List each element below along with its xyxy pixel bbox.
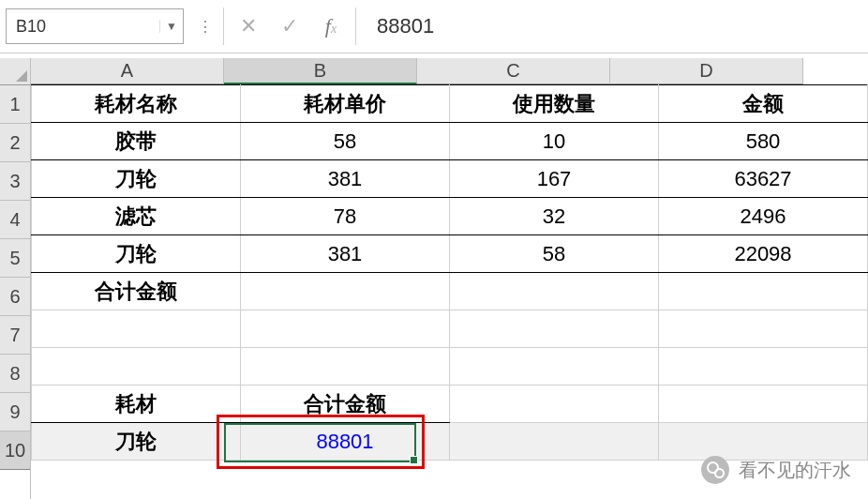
cell-b7[interactable] xyxy=(241,310,450,348)
cell-d5[interactable]: 22098 xyxy=(659,235,868,273)
cell-a6[interactable]: 合计金额 xyxy=(32,273,241,310)
cell-b10[interactable]: 88801 xyxy=(241,423,450,461)
table-row: 耗材 合计金额 xyxy=(32,386,868,423)
cell-a8[interactable] xyxy=(32,348,241,386)
cell-a4[interactable]: 滤芯 xyxy=(32,198,241,235)
cells: 耗材名称 耗材单价 使用数量 金额 胶带 58 10 580 刀轮 381 16… xyxy=(31,84,868,461)
table-row: 滤芯 78 32 2496 xyxy=(32,198,868,235)
table-row: 刀轮 88801 xyxy=(32,423,868,461)
select-all-corner[interactable] xyxy=(0,58,30,85)
col-header-c[interactable]: C xyxy=(417,58,610,84)
cell-c5[interactable]: 58 xyxy=(450,235,659,273)
cell-d10[interactable] xyxy=(659,423,868,461)
name-box-value: B10 xyxy=(7,17,159,37)
watermark-text: 看不见的汗水 xyxy=(739,458,851,483)
table-row: 合计金额 xyxy=(32,273,868,310)
row-header-6[interactable]: 6 xyxy=(0,278,30,316)
row-header-3[interactable]: 3 xyxy=(0,162,30,201)
cell-d3[interactable]: 63627 xyxy=(659,160,868,198)
row-headers: 1 2 3 4 5 6 7 8 9 10 xyxy=(0,58,31,499)
col-header-b[interactable]: B xyxy=(224,58,417,84)
row-header-8[interactable]: 8 xyxy=(0,355,30,393)
cell-a9[interactable]: 耗材 xyxy=(32,386,241,423)
cell-b4[interactable]: 78 xyxy=(241,198,450,235)
cell-c4[interactable]: 32 xyxy=(450,198,659,235)
cell-c9[interactable] xyxy=(450,386,659,423)
cell-c2[interactable]: 10 xyxy=(450,123,659,160)
cell-a1[interactable]: 耗材名称 xyxy=(32,85,241,123)
cell-a10[interactable]: 刀轮 xyxy=(32,423,241,461)
divider xyxy=(223,8,224,45)
cancel-icon[interactable]: ✕ xyxy=(228,14,269,38)
cell-b3[interactable]: 381 xyxy=(241,160,450,198)
cell-d1[interactable]: 金额 xyxy=(659,85,868,123)
table-row: 刀轮 381 58 22098 xyxy=(32,235,868,273)
cell-d4[interactable]: 2496 xyxy=(659,198,868,235)
name-box-dropdown-icon[interactable]: ▼ xyxy=(159,20,183,33)
cell-b6[interactable] xyxy=(241,273,450,310)
expand-icon[interactable]: ⋮ xyxy=(193,18,219,36)
col-header-d[interactable]: D xyxy=(610,58,803,84)
table-row: 胶带 58 10 580 xyxy=(32,123,868,160)
row-header-1[interactable]: 1 xyxy=(0,85,30,124)
cell-b5[interactable]: 381 xyxy=(241,235,450,273)
cell-a5[interactable]: 刀轮 xyxy=(32,235,241,273)
row-header-9[interactable]: 9 xyxy=(0,393,30,431)
column-headers: A B C D xyxy=(31,58,868,84)
cell-a3[interactable]: 刀轮 xyxy=(32,160,241,198)
formula-bar: B10 ▼ ⋮ ✕ ✓ fx 88801 xyxy=(0,0,868,53)
name-box[interactable]: B10 ▼ xyxy=(6,8,184,44)
cell-c7[interactable] xyxy=(450,310,659,348)
cell-c10[interactable] xyxy=(450,423,659,461)
cell-c6[interactable] xyxy=(450,273,659,310)
grid: A B C D 耗材名称 耗材单价 使用数量 金额 胶带 58 10 580 刀… xyxy=(31,58,868,499)
cell-b2[interactable]: 58 xyxy=(241,123,450,160)
row-header-5[interactable]: 5 xyxy=(0,239,30,278)
cell-a7[interactable] xyxy=(32,310,241,348)
cell-d9[interactable] xyxy=(659,386,868,423)
col-header-a[interactable]: A xyxy=(31,58,224,84)
cell-b1[interactable]: 耗材单价 xyxy=(241,85,450,123)
spreadsheet: 1 2 3 4 5 6 7 8 9 10 A B C D 耗材名称 耗材单价 使… xyxy=(0,58,868,499)
formula-bar-buttons: ✕ ✓ fx xyxy=(228,14,352,38)
wechat-icon xyxy=(701,456,729,484)
table-row: 耗材名称 耗材单价 使用数量 金额 xyxy=(32,85,868,123)
row-header-4[interactable]: 4 xyxy=(0,201,30,239)
watermark: 看不见的汗水 xyxy=(701,456,851,484)
confirm-icon[interactable]: ✓ xyxy=(269,14,310,38)
divider xyxy=(355,8,356,45)
cell-c8[interactable] xyxy=(450,348,659,386)
formula-input[interactable]: 88801 xyxy=(360,14,868,38)
cell-d6[interactable] xyxy=(659,273,868,310)
row-header-7[interactable]: 7 xyxy=(0,316,30,355)
formula-input-value: 88801 xyxy=(377,14,434,38)
cell-d2[interactable]: 580 xyxy=(659,123,868,160)
row-header-2[interactable]: 2 xyxy=(0,124,30,162)
cell-b9[interactable]: 合计金额 xyxy=(241,386,450,423)
table-row xyxy=(32,310,868,348)
cell-d7[interactable] xyxy=(659,310,868,348)
row-header-10[interactable]: 10 xyxy=(0,431,30,470)
cell-a2[interactable]: 胶带 xyxy=(32,123,241,160)
cell-d8[interactable] xyxy=(659,348,868,386)
table-row xyxy=(32,348,868,386)
cell-c3[interactable]: 167 xyxy=(450,160,659,198)
cell-b8[interactable] xyxy=(241,348,450,386)
fx-icon[interactable]: fx xyxy=(310,14,352,38)
table-row: 刀轮 381 167 63627 xyxy=(32,160,868,198)
cell-c1[interactable]: 使用数量 xyxy=(450,85,659,123)
